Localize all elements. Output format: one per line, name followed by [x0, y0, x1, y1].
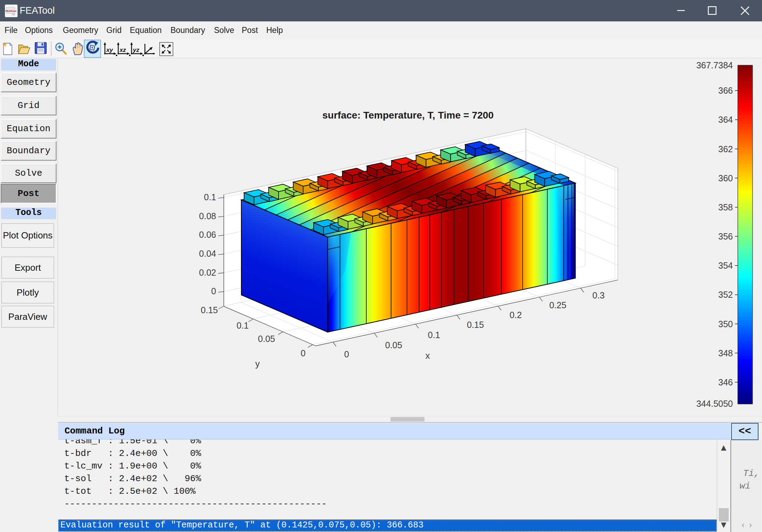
svg-text:y: y [255, 358, 260, 369]
svg-text:0.1: 0.1 [204, 192, 216, 202]
svg-text:354: 354 [718, 261, 733, 270]
svg-text:0: 0 [211, 286, 216, 296]
svg-text:0.06: 0.06 [199, 230, 216, 240]
svg-text:surface: Temperature, T, Time: surface: Temperature, T, Time = 7200 [322, 110, 494, 121]
svg-text:0.05: 0.05 [385, 340, 402, 350]
svg-text:346: 346 [718, 377, 733, 387]
svg-text:366: 366 [718, 86, 733, 95]
svg-text:0.05: 0.05 [258, 334, 275, 344]
svg-text:352: 352 [718, 290, 733, 299]
svg-text:0.15: 0.15 [467, 320, 484, 330]
svg-text:0.02: 0.02 [199, 268, 216, 277]
svg-text:344.5050: 344.5050 [696, 399, 733, 409]
svg-text:0.04: 0.04 [199, 249, 216, 258]
svg-text:0.08: 0.08 [199, 211, 216, 221]
svg-text:0.25: 0.25 [549, 300, 567, 310]
svg-text:367.7384: 367.7384 [696, 60, 733, 70]
svg-text:x: x [426, 350, 430, 361]
svg-text:356: 356 [718, 231, 733, 241]
svg-text:348: 348 [718, 348, 733, 358]
svg-text:0: 0 [344, 349, 349, 359]
svg-text:0.3: 0.3 [593, 290, 605, 300]
svg-text:0.1: 0.1 [236, 321, 249, 330]
svg-text:FEATool: FEATool [5, 9, 16, 13]
svg-text:350: 350 [718, 319, 733, 329]
svg-text:358: 358 [718, 202, 733, 212]
svg-text:0.2: 0.2 [510, 310, 522, 320]
svg-text:0.1: 0.1 [428, 330, 440, 340]
svg-text:360: 360 [718, 173, 733, 183]
svg-text:yz: yz [133, 47, 139, 53]
svg-text:0: 0 [301, 348, 306, 358]
svg-text:362: 362 [718, 144, 733, 154]
svg-text:0.15: 0.15 [201, 305, 218, 315]
svg-text:xy: xy [106, 47, 113, 53]
svg-text:xz: xz [119, 47, 126, 53]
svg-text:364: 364 [718, 115, 733, 124]
